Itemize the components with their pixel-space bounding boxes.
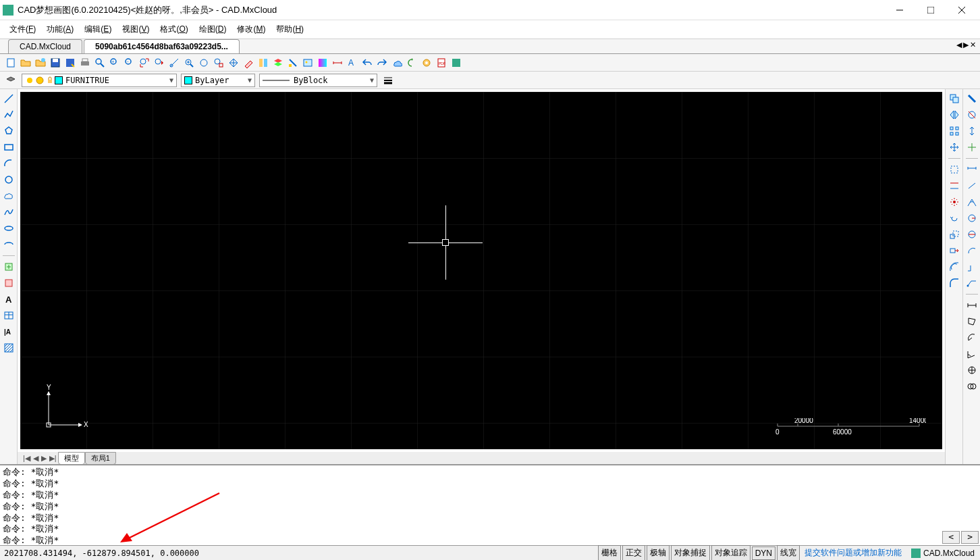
array-icon[interactable] <box>948 124 961 138</box>
open-cloud-icon[interactable] <box>34 56 47 70</box>
image-icon[interactable] <box>301 56 315 70</box>
mtext-icon[interactable]: |A <box>2 325 16 338</box>
measure-vol-icon[interactable] <box>965 363 979 377</box>
insert-block-icon[interactable] <box>2 260 16 274</box>
dim-linear-icon[interactable] <box>965 163 979 176</box>
rotate-icon[interactable] <box>948 211 961 225</box>
properties-icon[interactable] <box>256 56 270 70</box>
print-icon[interactable] <box>78 56 92 70</box>
tab-next-icon[interactable]: ▶ <box>963 41 969 49</box>
circle-icon[interactable] <box>2 173 16 186</box>
move-icon[interactable] <box>948 141 961 154</box>
layout1-tab[interactable]: 布局1 <box>85 452 116 465</box>
scale-icon[interactable] <box>948 228 961 241</box>
open-icon[interactable] <box>19 56 32 70</box>
doc-tab-active[interactable]: 5090ab61c4564d8baf63a09223d5... <box>84 39 240 53</box>
color-combo[interactable]: ByLayer ▼ <box>181 74 255 87</box>
undo-icon[interactable] <box>360 56 374 70</box>
zoom-object-icon[interactable] <box>212 56 225 70</box>
menu-format[interactable]: 格式(O) <box>155 21 193 38</box>
polyline-icon[interactable] <box>2 108 16 122</box>
lineweight-icon[interactable] <box>381 74 395 87</box>
fillet-icon[interactable] <box>948 276 961 290</box>
copy-icon[interactable] <box>948 92 961 105</box>
leader-icon[interactable] <box>965 276 979 290</box>
pan-icon[interactable] <box>227 56 240 70</box>
menu-modify[interactable]: 修改(M) <box>232 21 271 38</box>
layout-next-icon[interactable]: ▶ <box>40 454 48 463</box>
menu-edit[interactable]: 编辑(E) <box>79 21 117 38</box>
line-icon[interactable] <box>2 92 16 105</box>
zoom-window-icon[interactable] <box>93 56 107 70</box>
menu-view[interactable]: 视图(V) <box>117 21 155 38</box>
toggle-ortho[interactable]: 正交 <box>622 545 645 560</box>
break-icon[interactable] <box>965 108 979 122</box>
zoom-scale-icon[interactable] <box>167 56 181 70</box>
measure-list-icon[interactable] <box>965 380 979 393</box>
measure-area-icon[interactable] <box>965 315 979 328</box>
dim-arc-icon[interactable] <box>965 244 979 257</box>
toggle-otrack[interactable]: 对象追踪 <box>711 545 751 560</box>
dim-angular-icon[interactable] <box>965 195 979 209</box>
join-icon[interactable] <box>965 124 979 138</box>
menu-draw[interactable]: 绘图(D) <box>194 21 232 38</box>
measure-angle-icon[interactable] <box>965 347 979 361</box>
dim-diameter-icon[interactable] <box>965 228 979 241</box>
explode-icon[interactable] <box>948 195 961 209</box>
tab-prev-icon[interactable]: ◀ <box>956 41 962 49</box>
toggle-dyn[interactable]: DYN <box>752 546 775 560</box>
arc-icon[interactable] <box>2 157 16 170</box>
zoom-in-icon[interactable]: + <box>108 56 121 70</box>
cmd-scroll-right-icon[interactable]: > <box>961 531 979 544</box>
erase-icon[interactable] <box>242 56 255 70</box>
gradient-icon[interactable] <box>316 56 329 70</box>
layout-first-icon[interactable]: |◀ <box>22 454 32 463</box>
toggle-lwt[interactable]: 线宽 <box>777 545 800 560</box>
toggle-osnap[interactable]: 对象捕捉 <box>671 545 710 560</box>
hatch-icon[interactable] <box>2 341 16 355</box>
layers-icon[interactable] <box>271 56 285 70</box>
match-prop-icon[interactable] <box>965 92 979 105</box>
zoom-out-icon[interactable]: - <box>123 56 136 70</box>
maximize-button[interactable] <box>915 0 946 20</box>
settings-icon[interactable] <box>420 56 433 70</box>
measure-radius-icon[interactable] <box>965 331 979 345</box>
menu-file[interactable]: 文件(F) <box>4 21 41 38</box>
text-style-icon[interactable]: A <box>346 56 359 70</box>
toggle-polar[interactable]: 极轴 <box>647 545 670 560</box>
stretch-icon[interactable] <box>948 244 961 257</box>
offset-icon[interactable] <box>948 260 961 274</box>
linetype-combo[interactable]: ByBlock ▼ <box>259 74 377 87</box>
chamfer-icon[interactable] <box>965 141 979 154</box>
zoom-extents-icon[interactable] <box>138 56 151 70</box>
refresh-icon[interactable] <box>405 56 418 70</box>
menu-function[interactable]: 功能(A) <box>41 21 79 38</box>
layer-manager-icon[interactable] <box>4 74 18 87</box>
model-tab[interactable]: 模型 <box>58 452 85 465</box>
dim-radius-icon[interactable] <box>965 211 979 225</box>
ellipse-arc-icon[interactable] <box>2 238 16 251</box>
feedback-link[interactable]: 提交软件问题或增加新功能 <box>800 547 906 559</box>
redo-icon[interactable] <box>375 56 389 70</box>
command-history[interactable]: 命令: *取消* 命令: *取消* 命令: *取消* 命令: *取消* 命令: … <box>0 465 980 545</box>
drawing-canvas[interactable]: Y X 20000 140000 0 60000 <box>20 92 942 449</box>
close-button[interactable] <box>946 0 977 20</box>
text-icon[interactable]: A <box>2 292 16 306</box>
polygon-icon[interactable] <box>2 124 16 138</box>
revcloud-icon[interactable] <box>2 189 16 203</box>
new-icon[interactable] <box>4 56 18 70</box>
minimize-button[interactable] <box>884 0 915 20</box>
cmd-scroll-left-icon[interactable]: < <box>942 531 960 544</box>
mirror-icon[interactable] <box>948 108 961 122</box>
ellipse-icon[interactable] <box>2 222 16 235</box>
export-pdf-icon[interactable]: PDF <box>435 56 448 70</box>
dim-aligned-icon[interactable] <box>965 179 979 193</box>
save-icon[interactable] <box>49 56 62 70</box>
layer-combo[interactable]: FURNITRUE ▼ <box>22 74 177 87</box>
layout-last-icon[interactable]: ▶| <box>48 454 58 463</box>
app-icon[interactable] <box>450 56 463 70</box>
tab-close-icon[interactable]: ✕ <box>970 41 976 49</box>
menu-help[interactable]: 帮助(H) <box>271 21 309 38</box>
layout-prev-icon[interactable]: ◀ <box>32 454 40 463</box>
table-icon[interactable] <box>2 309 16 322</box>
